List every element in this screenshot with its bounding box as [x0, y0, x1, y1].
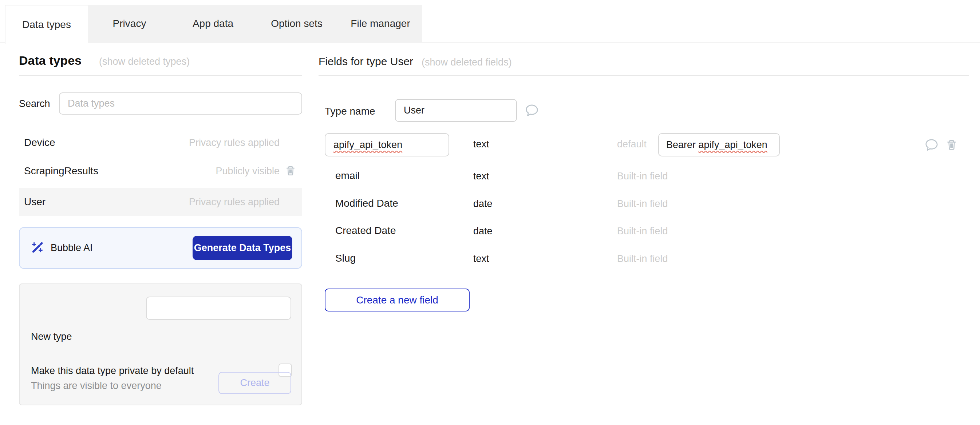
- field-type: text: [473, 253, 489, 265]
- bubble-ai-label: Bubble AI: [51, 242, 93, 254]
- comment-bubble-icon[interactable]: [924, 138, 939, 153]
- field-default-input[interactable]: Bearer apify_api_token: [658, 133, 780, 157]
- data-tab-page: Data types Privacy App data Option sets …: [0, 0, 980, 425]
- create-new-field-button[interactable]: Create a new field: [325, 289, 469, 311]
- type-name-input[interactable]: [395, 99, 517, 122]
- tab-label: App data: [192, 18, 233, 30]
- default-label: default: [617, 139, 646, 150]
- field-type: text: [473, 171, 489, 182]
- type-row-user[interactable]: User Privacy rules applied: [19, 188, 302, 216]
- new-type-box: New type Make this data type private by …: [19, 284, 302, 405]
- new-type-input[interactable]: [146, 297, 291, 320]
- new-type-label: New type: [31, 331, 72, 343]
- type-name-label: Type name: [325, 106, 375, 117]
- tab-label: Privacy: [113, 18, 146, 30]
- show-deleted-fields-link[interactable]: (show deleted fields): [422, 57, 512, 68]
- bubble-ai-box: Bubble AI Generate Data Types: [19, 227, 302, 269]
- comment-bubble-icon[interactable]: [524, 103, 539, 119]
- generate-data-types-button[interactable]: Generate Data Types: [192, 236, 292, 260]
- type-row-device[interactable]: Device Privacy rules applied: [19, 128, 302, 157]
- tab-privacy[interactable]: Privacy: [88, 5, 171, 43]
- data-section-tabbar: Data types Privacy App data Option sets …: [5, 5, 422, 43]
- visibility-note: Things are visible to everyone: [31, 380, 162, 392]
- field-name: Created Date: [335, 225, 396, 236]
- built-in-field-note: Built-in field: [617, 171, 668, 182]
- tab-data-types[interactable]: Data types: [5, 5, 88, 44]
- field-name-value: apify_api_token: [334, 140, 402, 151]
- show-deleted-types-link[interactable]: (show deleted types): [99, 56, 190, 67]
- field-type[interactable]: text: [473, 139, 489, 150]
- built-in-field-note: Built-in field: [617, 253, 668, 265]
- left-panel-divider: [19, 75, 302, 76]
- tab-label: Option sets: [271, 18, 323, 30]
- tab-label: Data types: [22, 19, 71, 30]
- field-name-input[interactable]: apify_api_token: [325, 133, 449, 157]
- fields-for-type-title: Fields for type User: [318, 55, 413, 68]
- right-panel-divider: [318, 75, 969, 76]
- type-privacy-status: Privacy rules applied: [189, 137, 280, 149]
- search-label: Search: [19, 98, 50, 109]
- field-name: email: [335, 170, 360, 182]
- type-privacy-status: Publicly visible: [215, 166, 280, 177]
- type-name: Device: [24, 137, 55, 149]
- tab-option-sets[interactable]: Option sets: [255, 5, 339, 43]
- built-in-field-note: Built-in field: [617, 225, 668, 237]
- type-row-scrapingresults[interactable]: ScrapingResults Publicly visible: [19, 157, 302, 185]
- tab-label: File manager: [351, 18, 410, 30]
- search-input[interactable]: [59, 92, 302, 115]
- field-type: date: [473, 225, 493, 237]
- delete-type-trash-icon[interactable]: [284, 165, 297, 178]
- tab-file-manager[interactable]: File manager: [339, 5, 422, 43]
- built-in-field-note: Built-in field: [617, 198, 668, 209]
- field-name: Slug: [335, 252, 356, 264]
- delete-field-trash-icon[interactable]: [945, 138, 958, 153]
- type-name: ScrapingResults: [24, 165, 98, 177]
- data-types-title: Data types: [19, 54, 81, 68]
- create-type-button[interactable]: Create: [218, 372, 291, 394]
- default-value-prefix: Bearer: [666, 140, 698, 151]
- field-type: date: [473, 198, 493, 209]
- field-name: Modified Date: [335, 198, 398, 209]
- type-name: User: [24, 196, 46, 208]
- tab-app-data[interactable]: App data: [171, 5, 255, 43]
- type-privacy-status: Privacy rules applied: [189, 197, 280, 208]
- private-by-default-label: Make this data type private by default: [31, 365, 194, 377]
- default-value-token: apify_api_token: [698, 140, 767, 151]
- magic-wand-icon: [30, 241, 44, 255]
